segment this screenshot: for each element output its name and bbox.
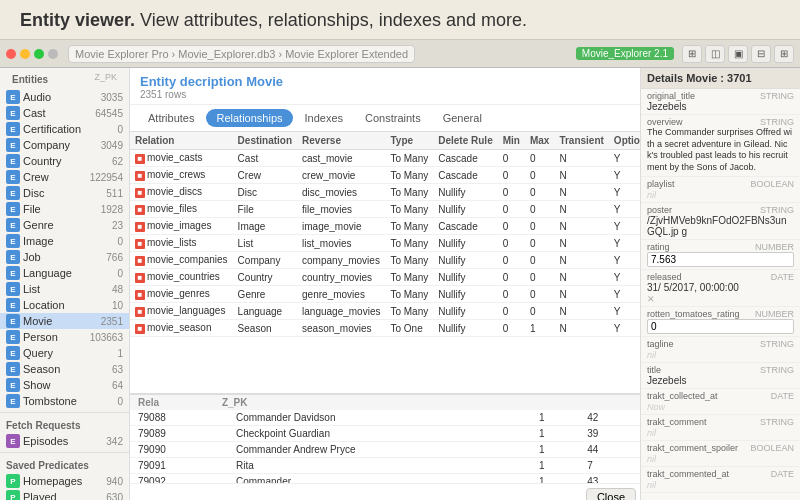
cell-0: ■movie_companies (130, 252, 233, 269)
sidebar-item-movie[interactable]: E Movie 2351 (0, 313, 129, 329)
table-row[interactable]: ■movie_filesFilefile_moviesTo ManyNullif… (130, 201, 640, 218)
tab-attributes[interactable]: Attributes (138, 109, 204, 127)
layout1-icon[interactable]: ◫ (705, 45, 725, 63)
field-input-rotten_tomatoes_rating[interactable] (647, 319, 794, 334)
record-row[interactable]: 79090Commander Andrew Pryce144 (130, 442, 640, 458)
active-tab-badge[interactable]: Movie_Explorer 2.1 (576, 47, 674, 60)
sidebar-item-homepages[interactable]: P Homepages 940 (0, 473, 129, 489)
cell-6: 0 (525, 201, 554, 218)
table-row[interactable]: ■movie_languagesLanguagelanguage_moviesT… (130, 303, 640, 320)
sidebar-item-file[interactable]: E File 1928 (0, 201, 129, 217)
table-row[interactable]: ■movie_discsDiscdisc_moviesTo ManyNullif… (130, 184, 640, 201)
sidebar-item-count: 630 (106, 492, 123, 501)
sidebar-item-episodes[interactable]: E Episodes 342 (0, 433, 129, 449)
breadcrumb-tab[interactable]: Movie Explorer Extended (285, 48, 408, 60)
cell-7: N (554, 167, 608, 184)
cell-1: Genre (233, 286, 297, 303)
cell-2: language_movies (297, 303, 385, 320)
sidebar-item-location[interactable]: E Location 10 (0, 297, 129, 313)
sidebar-item-cast[interactable]: E Cast 64545 (0, 105, 129, 121)
cell-5: 0 (498, 184, 525, 201)
sidebar-item-count: 23 (112, 220, 123, 231)
table-row[interactable]: ■movie_castsCastcast_movieTo ManyCascade… (130, 150, 640, 167)
cell-0: ■movie_genres (130, 286, 233, 303)
field-label-rotten_tomatoes_rating: rotten_tomatoes_rating NUMBER (647, 309, 794, 319)
sidebar-item-company[interactable]: E Company 3049 (0, 137, 129, 153)
table-row[interactable]: ■movie_listsListlist_moviesTo ManyNullif… (130, 235, 640, 252)
sidebar-item-genre[interactable]: E Genre 23 (0, 217, 129, 233)
sidebar-item-count: 0 (117, 396, 123, 407)
layout2-icon[interactable]: ▣ (728, 45, 748, 63)
record-row[interactable]: 79092Commander143 (130, 474, 640, 484)
record-cell-3: 7 (579, 458, 640, 474)
cell-8: Y (609, 252, 640, 269)
breadcrumb-app[interactable]: Movie Explorer Pro (75, 48, 169, 60)
entity-icon: E (6, 298, 20, 312)
cell-8: Y (609, 167, 640, 184)
record-row[interactable]: 79088Commander Davidson142 (130, 410, 640, 426)
table-row[interactable]: ■movie_countriesCountrycountry_moviesTo … (130, 269, 640, 286)
layout3-icon[interactable]: ⊟ (751, 45, 771, 63)
sidebar-item-season[interactable]: E Season 63 (0, 361, 129, 377)
close-dot[interactable] (6, 49, 16, 59)
rel-type-icon: ■ (135, 256, 145, 266)
cell-7: N (554, 218, 608, 235)
sidebar-item-list[interactable]: E List 48 (0, 281, 129, 297)
sidebar-item-certification[interactable]: E Certification 0 (0, 121, 129, 137)
sidebar-item-query[interactable]: E Query 1 (0, 345, 129, 361)
entity-icon: E (6, 362, 20, 376)
sidebar-item-name: Movie (23, 315, 99, 327)
table-row[interactable]: ■movie_seasonSeasonseason_moviesTo OneNu… (130, 320, 640, 337)
minimize-dot[interactable] (20, 49, 30, 59)
entity-icon: E (6, 218, 20, 232)
sidebar-item-audio[interactable]: E Audio 3035 (0, 89, 129, 105)
sidebar-item-job[interactable]: E Job 766 (0, 249, 129, 265)
cell-6: 1 (525, 320, 554, 337)
field-value-original_title: Jezebels (647, 101, 794, 112)
cell-8: Y (609, 150, 640, 167)
field-input-rating[interactable] (647, 252, 794, 267)
sidebar-item-tombstone[interactable]: E Tombstone 0 (0, 393, 129, 409)
table-row[interactable]: ■movie_genresGenregenre_moviesTo ManyNul… (130, 286, 640, 303)
sidebar-item-language[interactable]: E Language 0 (0, 265, 129, 281)
sidebar-item-show[interactable]: E Show 64 (0, 377, 129, 393)
maximize-dot[interactable] (34, 49, 44, 59)
table-row[interactable]: ■movie_companiesCompanycompany_moviesTo … (130, 252, 640, 269)
record-cell-2: 1 (531, 474, 579, 484)
sidebar-item-person[interactable]: E Person 103663 (0, 329, 129, 345)
table-row[interactable]: ■movie_imagesImageimage_movieTo ManyCasc… (130, 218, 640, 235)
filter-icon[interactable]: ⊞ (682, 45, 702, 63)
cell-4: Nullify (433, 320, 497, 337)
layout4-icon[interactable]: ⊞ (774, 45, 794, 63)
record-row[interactable]: 79091Rita17 (130, 458, 640, 474)
cell-3: To Many (385, 269, 433, 286)
sidebar-item-name: Country (23, 155, 110, 167)
field-empty-tagline: nil (647, 350, 656, 360)
breadcrumb-db[interactable]: Movie_Explorer.db3 (178, 48, 275, 60)
cell-5: 0 (498, 269, 525, 286)
sidebar-item-count: 0 (117, 236, 123, 247)
entity-icon: E (6, 330, 20, 344)
cell-2: image_movie (297, 218, 385, 235)
table-row[interactable]: ■movie_crewsCrewcrew_movieTo ManyCascade… (130, 167, 640, 184)
cell-0: ■movie_files (130, 201, 233, 218)
tab-general[interactable]: General (433, 109, 492, 127)
main-area: Entities Z_PK E Audio 3035 E Cast 64545 … (0, 68, 800, 500)
sidebar-item-image[interactable]: E Image 0 (0, 233, 129, 249)
sidebar-item-crew[interactable]: E Crew 122954 (0, 169, 129, 185)
sidebar-item-disc[interactable]: E Disc 511 (0, 185, 129, 201)
record-row[interactable]: 79089Checkpoint Guardian139 (130, 426, 640, 442)
sidebar-item-country[interactable]: E Country 62 (0, 153, 129, 169)
sidebar-item-played[interactable]: P Played 630 (0, 489, 129, 500)
col-header-min: Min (498, 132, 525, 150)
sidebar-item-name: Tombstone (23, 395, 115, 407)
tab-indexes[interactable]: Indexes (295, 109, 354, 127)
extra-dot[interactable] (48, 49, 58, 59)
close-button[interactable]: Close (586, 488, 636, 500)
cell-1: Company (233, 252, 297, 269)
banner: Entity viewer. View attributes, relation… (0, 0, 800, 40)
clear-date-icon[interactable]: ✕ (647, 294, 655, 304)
tab-relationships[interactable]: Relationships (206, 109, 292, 127)
tab-constraints[interactable]: Constraints (355, 109, 431, 127)
entity-icon: P (6, 474, 20, 488)
